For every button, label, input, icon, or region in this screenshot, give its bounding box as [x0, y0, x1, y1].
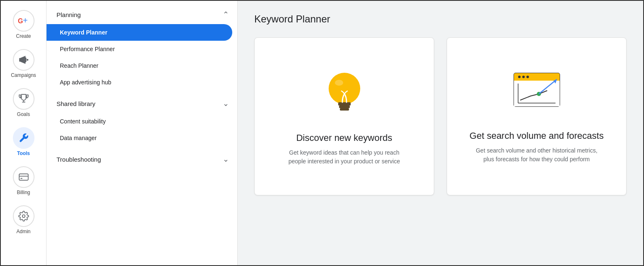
app-advertising-hub-label: App advertising hub: [60, 79, 111, 86]
reach-planner-label: Reach Planner: [60, 62, 98, 69]
billing-icon-circle: [13, 166, 34, 188]
svg-rect-9: [338, 102, 351, 106]
performance-planner-label: Performance Planner: [60, 46, 115, 52]
megaphone-icon: [18, 54, 29, 65]
gear-icon: [18, 211, 29, 222]
nav-billing[interactable]: Billing: [1, 161, 46, 200]
svg-rect-5: [20, 178, 22, 179]
sidebar-item-content-suitability[interactable]: Content suitability: [47, 113, 232, 130]
billing-label: Billing: [17, 190, 30, 195]
discover-keywords-card[interactable]: Discover new keywords Get keyword ideas …: [254, 37, 434, 195]
cards-container: Discover new keywords Get keyword ideas …: [254, 37, 627, 195]
svg-rect-18: [514, 81, 560, 106]
sidebar-item-reach-planner[interactable]: Reach Planner: [47, 57, 232, 74]
svg-point-7: [329, 73, 360, 104]
svg-rect-14: [514, 78, 560, 81]
billing-icon: [18, 172, 29, 182]
tools-label: Tools: [17, 150, 30, 156]
svg-point-17: [526, 76, 529, 78]
admin-label: Admin: [16, 229, 30, 234]
nav-tools[interactable]: Tools: [1, 122, 46, 161]
shared-library-section-header[interactable]: Shared library ⌄: [47, 94, 237, 113]
planning-chevron-icon: ⌃: [223, 10, 229, 19]
main-content: Keyword Planner: [238, 1, 643, 265]
campaigns-label: Campaigns: [11, 72, 36, 78]
icon-navigation: G + Create Campaigns Goals Tools: [1, 1, 47, 265]
svg-text:+: +: [23, 16, 28, 25]
sidebar-item-app-advertising-hub[interactable]: App advertising hub: [47, 74, 232, 91]
search-volume-desc: Get search volume and other historical m…: [474, 146, 599, 164]
plus-google-icon: G +: [17, 14, 30, 27]
search-volume-card[interactable]: Get search volume and forecasts Get sear…: [447, 37, 627, 195]
chart-icon: [508, 69, 566, 119]
sidebar-item-keyword-planner[interactable]: Keyword Planner: [47, 24, 232, 41]
create-label: Create: [16, 33, 31, 39]
page-title: Keyword Planner: [254, 13, 627, 25]
svg-text:G: G: [18, 17, 23, 25]
svg-point-2: [27, 59, 28, 61]
campaigns-icon-circle: [13, 49, 34, 71]
sidebar: Planning ⌃ Keyword Planner Performance P…: [47, 1, 238, 265]
troubleshooting-chevron-icon: ⌄: [223, 155, 229, 164]
discover-keywords-desc: Get keyword ideas that can help you reac…: [282, 148, 407, 166]
troubleshooting-section-title: Troubleshooting: [57, 156, 101, 163]
sidebar-item-data-manager[interactable]: Data manager: [47, 130, 232, 146]
trophy-icon: [18, 94, 29, 104]
shared-library-section-title: Shared library: [57, 100, 95, 107]
svg-point-6: [22, 215, 25, 218]
search-volume-title: Get search volume and forecasts: [469, 131, 604, 141]
create-icon-circle: G +: [13, 10, 34, 32]
shared-library-chevron-icon: ⌄: [223, 99, 229, 108]
planning-section-title: Planning: [57, 11, 81, 18]
goals-icon-circle: [13, 88, 34, 110]
nav-campaigns[interactable]: Campaigns: [1, 44, 46, 83]
discover-keywords-title: Discover new keywords: [296, 133, 392, 143]
planning-section-header[interactable]: Planning ⌃: [47, 5, 237, 24]
sidebar-item-performance-planner[interactable]: Performance Planner: [47, 41, 232, 57]
nav-admin[interactable]: Admin: [1, 200, 46, 239]
svg-point-8: [335, 80, 343, 86]
lightbulb-icon: [322, 67, 367, 121]
keyword-planner-label: Keyword Planner: [60, 29, 107, 36]
svg-rect-11: [340, 108, 349, 111]
svg-point-16: [522, 76, 525, 78]
wrench-icon: [18, 133, 29, 143]
admin-icon-circle: [13, 205, 34, 227]
nav-goals[interactable]: Goals: [1, 83, 46, 122]
nav-create[interactable]: G + Create: [1, 5, 46, 44]
svg-point-15: [518, 76, 521, 78]
troubleshooting-section-header[interactable]: Troubleshooting ⌄: [47, 150, 237, 169]
svg-rect-3: [19, 174, 28, 180]
content-suitability-label: Content suitability: [60, 118, 106, 125]
tools-icon-circle: [13, 127, 34, 149]
svg-rect-10: [339, 106, 350, 108]
data-manager-label: Data manager: [60, 135, 97, 141]
goals-label: Goals: [17, 111, 30, 117]
